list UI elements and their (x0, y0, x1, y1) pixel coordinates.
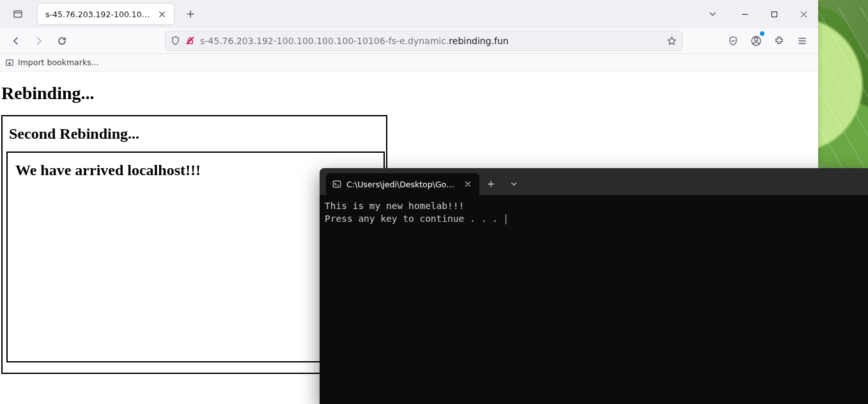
new-tab-button[interactable] (181, 4, 200, 24)
window-controls (730, 0, 818, 28)
maximize-button[interactable] (759, 0, 789, 28)
terminal-tab-close-button[interactable] (463, 179, 473, 189)
minimize-button[interactable] (730, 0, 759, 28)
terminal-icon (332, 180, 341, 189)
terminal-line-0: This is my new homelab!!! (325, 201, 464, 211)
import-bookmarks-label: Import bookmarks... (18, 58, 99, 67)
terminal-body[interactable]: This is my new homelab!!! Press any key … (320, 195, 868, 404)
page-heading-1: Rebinding... (1, 83, 817, 104)
url-bar[interactable]: s-45.76.203.192-100.100.100.100-10106-fs… (165, 31, 683, 51)
forward-button[interactable] (28, 30, 50, 52)
svg-rect-0 (14, 11, 22, 17)
svg-rect-6 (333, 181, 340, 187)
page-heading-2: Second Rebinding... (9, 125, 382, 143)
insecure-lock-icon[interactable] (185, 36, 195, 45)
terminal-titlebar: C:\Users\jedi\Desktop\Google (320, 168, 868, 195)
terminal-tab-title: C:\Users\jedi\Desktop\Google (346, 180, 458, 189)
close-button[interactable] (789, 0, 818, 28)
app-menu-button[interactable] (791, 30, 813, 52)
notification-dot-icon (760, 31, 764, 36)
firefox-titlebar: s-45.76.203.192-100.100.100.100-101 (0, 0, 818, 28)
terminal-tab[interactable]: C:\Users\jedi\Desktop\Google (326, 173, 479, 195)
windows-terminal-window: C:\Users\jedi\Desktop\Google This is my … (320, 168, 868, 404)
svg-rect-1 (771, 12, 777, 17)
pocket-button[interactable] (722, 30, 744, 52)
reload-button[interactable] (51, 30, 73, 52)
terminal-cursor (506, 214, 506, 224)
browser-tab[interactable]: s-45.76.203.192-100.100.100.100-101 (37, 3, 174, 25)
terminal-new-tab-button[interactable] (479, 173, 502, 195)
import-bookmarks-button[interactable]: Import bookmarks... (5, 58, 99, 67)
terminal-line-1: Press any key to continue . . . (325, 214, 503, 224)
firefox-nav-toolbar: s-45.76.203.192-100.100.100.100-10106-fs… (0, 28, 818, 54)
bookmark-star-icon[interactable] (667, 36, 677, 46)
firefox-account-button[interactable] (745, 30, 767, 52)
list-all-tabs-button[interactable] (702, 3, 724, 25)
tracking-protection-icon[interactable] (171, 36, 180, 45)
svg-point-3 (755, 38, 758, 41)
terminal-dropdown-button[interactable] (502, 173, 525, 195)
bookmarks-toolbar: Import bookmarks... (0, 54, 818, 72)
recent-browsing-button[interactable] (9, 5, 27, 23)
tab-title: s-45.76.203.192-100.100.100.100-101 (45, 10, 151, 19)
tab-close-button[interactable] (156, 8, 167, 20)
url-text: s-45.76.203.192-100.100.100.100-10106-fs… (200, 36, 662, 46)
extensions-button[interactable] (768, 30, 790, 52)
back-button[interactable] (5, 30, 27, 52)
